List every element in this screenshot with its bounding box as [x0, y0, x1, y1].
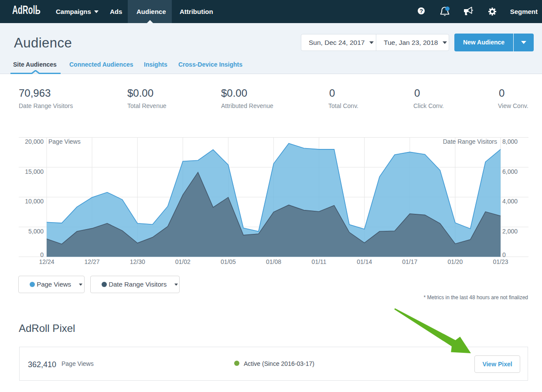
svg-text:12/24: 12/24 — [39, 258, 54, 265]
svg-text:Page Views: Page Views — [48, 138, 81, 145]
svg-text:12/27: 12/27 — [85, 258, 100, 265]
svg-text:0: 0 — [40, 251, 44, 258]
svg-text:20,000: 20,000 — [25, 138, 44, 145]
svg-text:01/11: 01/11 — [312, 258, 327, 265]
svg-text:01/14: 01/14 — [357, 258, 372, 265]
svg-text:01/05: 01/05 — [221, 258, 236, 265]
svg-text:2,000: 2,000 — [502, 228, 518, 235]
svg-text:6,000: 6,000 — [502, 168, 518, 175]
svg-text:8,000: 8,000 — [502, 138, 518, 145]
svg-text:Date Range Visitors: Date Range Visitors — [443, 138, 497, 145]
svg-text:10,000: 10,000 — [25, 198, 44, 205]
svg-text:4,000: 4,000 — [502, 198, 518, 205]
svg-text:0: 0 — [502, 251, 506, 258]
svg-text:01/20: 01/20 — [447, 258, 463, 265]
svg-text:01/23: 01/23 — [493, 258, 508, 265]
svg-text:01/02: 01/02 — [175, 258, 191, 265]
svg-text:12/30: 12/30 — [130, 258, 145, 265]
svg-text:5,000: 5,000 — [28, 228, 44, 235]
svg-text:01/08: 01/08 — [266, 258, 281, 265]
svg-text:15,000: 15,000 — [25, 168, 44, 175]
svg-text:01/17: 01/17 — [402, 258, 417, 265]
